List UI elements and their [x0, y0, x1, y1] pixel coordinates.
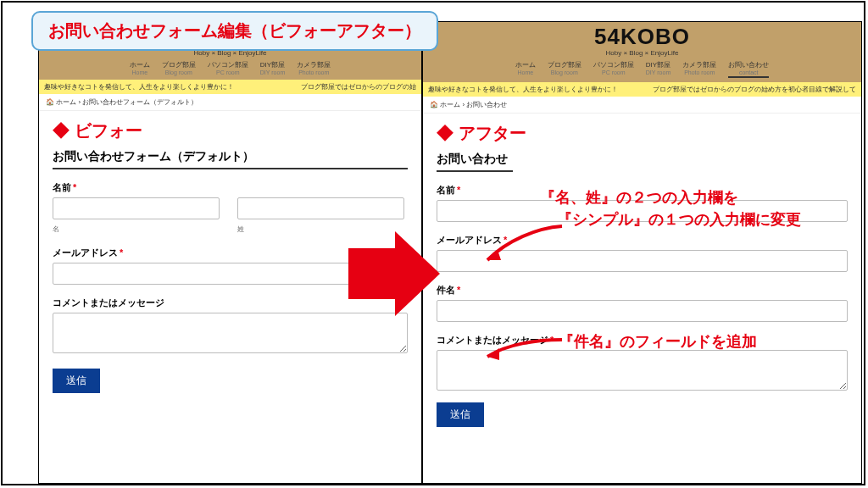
nav-home[interactable]: ホームHome [130, 62, 150, 75]
ticker-bar: 趣味や好きなコトを発信して、人生をより楽しくより豊かに！ ブログ部屋ではゼロから… [39, 80, 421, 94]
tagline: Hoby × Blog × EnjoyLife [423, 49, 861, 57]
ticker-right: ブログ部屋ではゼロからのブログの始 [301, 82, 416, 92]
annotation-arrow-2-icon [477, 331, 570, 367]
annotation-line2: 『シンプル』の１つの入力欄に変更 [557, 209, 801, 230]
name-fields-row [53, 194, 408, 219]
home-icon: 🏠 [430, 101, 438, 108]
svg-marker-0 [348, 231, 440, 316]
breadcrumb: 🏠 ホーム › お問い合わせ [423, 97, 861, 114]
nav-diy[interactable]: DIY部屋DIY room [646, 62, 670, 78]
crumb-home[interactable]: ホーム [56, 98, 76, 106]
breadcrumb: 🏠 ホーム › お問い合わせフォーム（デフォルト） [39, 94, 421, 111]
nav-pc[interactable]: パソコン部屋PC room [593, 62, 634, 78]
label-name: 名前* [53, 181, 408, 194]
before-label: ◆ ビフォー [53, 119, 408, 142]
nav-contact[interactable]: お問い合わせcontact [728, 62, 769, 78]
nav-camera[interactable]: カメラ部屋Photo room [297, 62, 331, 75]
home-icon: 🏠 [46, 98, 54, 106]
annotation-line3: 『件名』のフィールドを追加 [559, 331, 757, 352]
form-title-after: お問い合わせ [437, 152, 513, 172]
crumb-current: お問い合わせ [466, 101, 507, 108]
crumb-home[interactable]: ホーム [440, 101, 460, 108]
annotation-line1: 『名、姓』の２つの入力欄を [540, 187, 738, 208]
after-label: ◆ アフター [437, 122, 848, 145]
subject-input[interactable] [437, 300, 848, 322]
after-content: ◆ アフター お問い合わせ 名前* メールアドレス* 件名* コメントまたはメッ… [423, 114, 861, 435]
sublabel-first: 名 [53, 225, 220, 234]
page-title-pill: お問い合わせフォーム編集（ビフォーアフター） [31, 11, 438, 51]
label-subject: 件名* [437, 284, 848, 297]
submit-button[interactable]: 送信 [437, 402, 484, 427]
nav-pc[interactable]: パソコン部屋PC room [208, 62, 248, 75]
last-name-input[interactable] [237, 197, 404, 219]
ticker-left: 趣味や好きなコトを発信して、人生をより楽しくより豊かに！ [428, 85, 653, 94]
ticker-right: ブログ部屋ではゼロからのブログの始め方を初心者目線で解説して [653, 85, 856, 94]
nav-bar: ホームHome ブログ部屋Blog room パソコン部屋PC room DIY… [423, 62, 861, 80]
site-header: 54KOBO Hoby × Blog × EnjoyLife ホームHome ブ… [423, 22, 861, 82]
comment-textarea[interactable] [53, 313, 408, 353]
nav-diy[interactable]: DIY部屋DIY room [260, 62, 285, 75]
ticker-bar: 趣味や好きなコトを発信して、人生をより楽しくより豊かに！ ブログ部屋ではゼロから… [423, 82, 861, 97]
form-title-before: お問い合わせフォーム（デフォルト） [53, 149, 408, 169]
nav-home[interactable]: ホームHome [515, 62, 536, 78]
first-name-input[interactable] [53, 197, 220, 219]
brand-logo: 54KOBO [423, 25, 861, 47]
ticker-left: 趣味や好きなコトを発信して、人生をより楽しくより豊かに！ [44, 82, 301, 92]
submit-button[interactable]: 送信 [53, 369, 100, 393]
nav-bar: ホームHome ブログ部屋Blog room パソコン部屋PC room DIY… [39, 62, 421, 78]
crumb-current: お問い合わせフォーム（デフォルト） [82, 98, 198, 106]
comparison-frame: お問い合わせフォーム編集（ビフォーアフター） 54KOBO Hoby × Blo… [1, 1, 865, 485]
nav-blog[interactable]: ブログ部屋Blog room [548, 62, 581, 78]
big-arrow-icon [348, 231, 442, 316]
nav-blog[interactable]: ブログ部屋Blog room [162, 62, 196, 75]
nav-camera[interactable]: カメラ部屋Photo room [682, 62, 716, 78]
